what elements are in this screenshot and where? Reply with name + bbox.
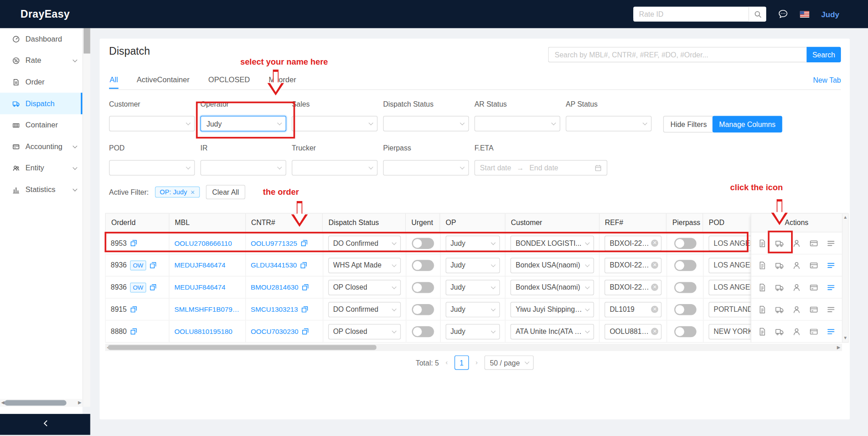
tab-activecontainer[interactable]: ActiveContainer — [136, 73, 190, 89]
next-page-icon[interactable]: › — [474, 359, 479, 366]
container-track-icon[interactable] — [300, 262, 308, 269]
mbl-link[interactable]: SMLMSHFF1B079400 — [174, 305, 240, 313]
dispatch-status-filter-select[interactable] — [383, 116, 469, 131]
search-button[interactable]: Search — [806, 47, 841, 62]
pierpass-toggle[interactable] — [674, 304, 696, 314]
scroll-down-icon[interactable]: ▼ — [843, 336, 848, 341]
clear-icon[interactable]: ✕ — [651, 306, 659, 313]
column-header-cntr[interactable]: CNTR# — [246, 214, 323, 232]
pierpass-toggle[interactable] — [674, 326, 696, 337]
customer-select[interactable]: Yiwu Juyi Shipping -... — [511, 302, 594, 317]
container-track-icon[interactable] — [302, 284, 309, 291]
table-search-input[interactable] — [548, 47, 807, 62]
user-icon[interactable] — [792, 305, 801, 314]
sidebar-collapse-button[interactable] — [0, 414, 90, 435]
end-date-placeholder[interactable]: End date — [530, 164, 559, 172]
ref-select[interactable]: OOLU8810195✕ — [605, 323, 662, 339]
ref-select[interactable]: BDXOI-221100✕ — [605, 258, 662, 273]
trucker-filter-select[interactable] — [292, 160, 378, 175]
username[interactable]: Judy — [821, 9, 839, 19]
sidebar-item-rate[interactable]: Rate — [0, 50, 82, 71]
truck-icon[interactable] — [775, 283, 784, 292]
page-size-select[interactable]: 50 / page — [484, 356, 534, 370]
search-icon[interactable] — [749, 7, 766, 22]
column-header-mbl[interactable]: MBL — [169, 214, 246, 232]
sidebar-item-entity[interactable]: Entity — [0, 157, 82, 179]
sidebar-item-dashboard[interactable]: Dashboard — [0, 28, 82, 50]
urgent-toggle[interactable] — [412, 326, 434, 337]
cntr-link[interactable]: SMCU1303213 — [251, 305, 298, 313]
table-vertical-scrollbar[interactable]: ▲ ▼ — [842, 213, 849, 342]
document-icon[interactable] — [758, 283, 767, 292]
payment-card-icon[interactable] — [809, 261, 818, 270]
column-header-pierpass[interactable]: Pierpass ▲▼ — [667, 214, 703, 232]
payment-card-icon[interactable] — [809, 239, 818, 248]
order-track-icon[interactable] — [149, 262, 157, 269]
container-track-icon[interactable] — [301, 306, 308, 313]
truck-icon[interactable] — [775, 305, 784, 314]
clear-icon[interactable]: ✕ — [651, 284, 659, 291]
order-track-icon[interactable] — [149, 284, 157, 291]
mbl-link[interactable]: MEDUJF846474 — [174, 261, 225, 269]
current-page-button[interactable]: 1 — [455, 356, 469, 370]
scroll-right-icon[interactable]: ▶ — [78, 401, 81, 405]
scrollbar-thumb[interactable] — [5, 400, 66, 406]
scrollbar-thumb[interactable] — [108, 345, 377, 350]
pierpass-toggle[interactable] — [674, 282, 696, 293]
user-icon[interactable] — [792, 261, 801, 270]
mbl-link[interactable]: MEDUJF846474 — [174, 283, 225, 291]
pierpass-filter-select[interactable] — [383, 160, 469, 175]
truck-icon[interactable] — [775, 327, 784, 336]
urgent-toggle[interactable] — [412, 260, 434, 271]
column-header-dispatch-status[interactable]: Dispatch Status — [323, 214, 406, 232]
column-header-orderid[interactable]: OrderId — [106, 214, 170, 232]
notes-icon[interactable] — [826, 305, 835, 314]
ref-select[interactable]: DL1019✕ — [605, 302, 662, 317]
scroll-right-icon[interactable]: ▶ — [837, 345, 840, 350]
dispatch-status-select[interactable]: DO Confirmed — [328, 302, 400, 317]
ar-status-filter-select[interactable] — [474, 116, 560, 131]
sidebar-item-container[interactable]: Container — [0, 114, 82, 136]
notes-icon[interactable] — [826, 283, 835, 292]
document-icon[interactable] — [758, 305, 767, 314]
sidebar-item-accounting[interactable]: Accounting — [0, 136, 82, 157]
prev-page-icon[interactable]: ‹ — [444, 359, 449, 366]
scroll-up-icon[interactable]: ▲ — [843, 215, 848, 220]
cntr-link[interactable]: BMOU2814630 — [251, 283, 298, 291]
order-track-icon[interactable] — [130, 306, 138, 313]
pod-filter-select[interactable] — [109, 160, 195, 175]
close-icon[interactable]: ✕ — [190, 189, 195, 195]
sales-filter-select[interactable] — [292, 116, 378, 131]
customer-select[interactable]: Bondex USA(naomi) — [511, 258, 594, 273]
payment-card-icon[interactable] — [809, 327, 818, 336]
hide-filters-button[interactable]: Hide Filters — [663, 116, 714, 133]
clear-icon[interactable]: ✕ — [651, 262, 659, 269]
rate-id-input[interactable] — [634, 10, 749, 18]
start-date-placeholder[interactable]: Start date — [480, 164, 511, 172]
op-select[interactable]: Judy — [446, 302, 500, 317]
column-header-urgent[interactable]: Urgent — [406, 214, 440, 232]
sidebar-item-statistics[interactable]: Statistics — [0, 179, 82, 201]
user-icon[interactable] — [792, 283, 801, 292]
cntr-link[interactable]: GLDU3441530 — [251, 261, 297, 269]
ap-status-filter-select[interactable] — [566, 116, 652, 131]
order-track-icon[interactable] — [130, 328, 138, 335]
dispatch-status-select[interactable]: OP Closed — [328, 280, 400, 295]
tab-opclosed[interactable]: OPCLOSED — [208, 73, 250, 89]
op-select[interactable]: Judy — [446, 258, 500, 273]
urgent-toggle[interactable] — [412, 304, 434, 314]
notes-icon[interactable] — [826, 239, 835, 248]
dispatch-status-select[interactable]: WHS Apt Made — [328, 258, 400, 273]
ref-select[interactable]: BDXOI-221100✕ — [605, 280, 662, 295]
document-icon[interactable] — [758, 261, 767, 270]
feta-date-range[interactable]: Start date → End date — [474, 160, 607, 175]
column-header-customer[interactable]: Customer — [505, 214, 599, 232]
sidebar-item-dispatch[interactable]: Dispatch — [0, 93, 82, 114]
column-header-op[interactable]: OP — [440, 214, 505, 232]
truck-icon[interactable] — [775, 261, 784, 270]
flag-icon[interactable] — [800, 11, 810, 18]
clear-icon[interactable]: ✕ — [651, 328, 659, 335]
sidebar-horizontal-scrollbar[interactable]: ◀ ▶ — [0, 399, 82, 407]
mbl-link[interactable]: OOLU8810195180 — [174, 328, 232, 335]
sidebar-item-order[interactable]: Order — [0, 71, 82, 93]
